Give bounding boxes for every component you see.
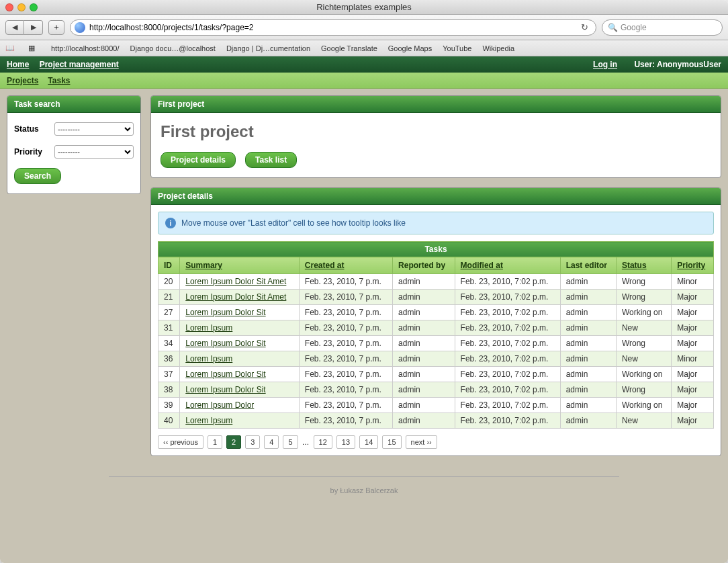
cell-priority: Major <box>672 290 714 305</box>
task-link[interactable]: Lorem Ipsum Dolor Sit <box>185 370 265 379</box>
cell-reported: admin <box>393 305 455 320</box>
task-link[interactable]: Lorem Ipsum Dolor Sit <box>185 385 265 394</box>
page-link: 2 <box>226 435 241 449</box>
url-bar[interactable]: http://localhost:8000/projects/1/tasks/?… <box>70 19 596 36</box>
login-link[interactable]: Log in <box>593 60 617 69</box>
cell-status: Wrong <box>616 336 671 351</box>
cell-reported: admin <box>393 382 455 398</box>
bookmark-item[interactable]: Google Maps <box>388 44 432 52</box>
priority-select[interactable]: --------- <box>54 145 134 159</box>
subnav-tasks[interactable]: Tasks <box>48 76 70 85</box>
task-link[interactable]: Lorem Ipsum Dolor Sit <box>185 308 265 317</box>
cell-created: Feb. 23, 2010, 7 p.m. <box>299 320 392 336</box>
cell-modified: Feb. 23, 2010, 7:02 p.m. <box>455 336 560 351</box>
bookmarks-bar: 📖 ▦ http://localhost:8000/ Django docu…@… <box>0 40 728 56</box>
page-link[interactable]: next ›› <box>406 435 437 449</box>
page-link[interactable]: 12 <box>314 435 332 449</box>
cell-status: Working on <box>616 367 671 382</box>
bookmark-item[interactable]: http://localhost:8000/ <box>51 44 120 52</box>
top-nav: Home Project management Log in User: Ano… <box>0 56 728 73</box>
back-button[interactable]: ◀ <box>5 20 24 35</box>
page-link[interactable]: 13 <box>336 435 355 449</box>
status-label: Status <box>14 124 48 134</box>
search-bar[interactable]: 🔍 Google <box>602 19 723 36</box>
task-link[interactable]: Lorem Ipsum Dolor Sit <box>185 339 265 348</box>
forward-button[interactable]: ▶ <box>24 20 43 35</box>
task-link[interactable]: Lorem Ipsum <box>185 354 232 363</box>
task-link[interactable]: Lorem Ipsum Dolor Sit Amet <box>185 277 286 286</box>
bookmark-item[interactable]: YouTube <box>443 44 471 52</box>
search-icon: 🔍 <box>608 23 618 32</box>
cell-id: 36 <box>158 351 180 367</box>
bookmark-item[interactable]: Google Translate <box>321 44 377 52</box>
col-modified[interactable]: Modified at <box>461 261 503 270</box>
cell-reported: admin <box>393 320 455 336</box>
table-row: 34Lorem Ipsum Dolor SitFeb. 23, 2010, 7 … <box>158 336 714 351</box>
table-row: 37Lorem Ipsum Dolor SitFeb. 23, 2010, 7 … <box>158 367 714 382</box>
cell-priority: Major <box>672 305 714 320</box>
task-link[interactable]: Lorem Ipsum Dolor Sit Amet <box>185 292 286 302</box>
page-link[interactable]: ‹‹ previous <box>158 435 203 449</box>
col-created[interactable]: Created at <box>305 261 345 270</box>
cell-modified: Feb. 23, 2010, 7:02 p.m. <box>455 367 560 382</box>
table-row: 38Lorem Ipsum Dolor SitFeb. 23, 2010, 7 … <box>158 382 714 398</box>
info-message: i Move mouse over "Last editor" cell to … <box>158 212 714 234</box>
reading-list-icon[interactable]: 📖 <box>5 44 17 53</box>
window-titlebar: Richtemplates examples <box>0 0 728 15</box>
cell-priority: Major <box>672 336 714 351</box>
project-details-button[interactable]: Project details <box>161 152 236 168</box>
bookmark-item[interactable]: Django docu…@localhost <box>130 44 216 52</box>
pagination-dots: … <box>302 438 310 446</box>
cell-id: 37 <box>158 367 180 382</box>
page-link[interactable]: 15 <box>382 435 401 449</box>
cell-editor: admin <box>560 320 616 336</box>
project-heading: First project <box>161 122 711 141</box>
search-button[interactable]: Search <box>14 168 61 184</box>
cell-status: New <box>616 351 671 367</box>
page-link[interactable]: 3 <box>245 435 260 449</box>
add-bookmark-button[interactable]: ＋ <box>48 20 64 35</box>
cell-modified: Feb. 23, 2010, 7:02 p.m. <box>455 274 560 290</box>
col-priority[interactable]: Priority <box>677 261 705 270</box>
table-row: 20Lorem Ipsum Dolor Sit AmetFeb. 23, 201… <box>158 274 714 290</box>
subnav-projects[interactable]: Projects <box>7 76 38 85</box>
page-link[interactable]: 1 <box>208 435 222 449</box>
cell-editor: admin <box>560 413 616 429</box>
pagination: ‹‹ previous12345…12131415next ›› <box>151 429 721 456</box>
user-label: User: <box>634 60 655 69</box>
topsites-icon[interactable]: ▦ <box>28 44 40 53</box>
task-list-button[interactable]: Task list <box>245 152 297 168</box>
col-editor: Last editor <box>560 257 616 274</box>
table-header-row: ID Summary Created at Reported by Modifi… <box>158 257 714 274</box>
cell-created: Feb. 23, 2010, 7 p.m. <box>299 367 392 382</box>
page-link[interactable]: 14 <box>359 435 378 449</box>
page-link[interactable]: 4 <box>264 435 279 449</box>
cell-status: Working on <box>616 398 671 413</box>
nav-project-management[interactable]: Project management <box>40 60 119 69</box>
cell-priority: Minor <box>672 274 714 290</box>
task-search-panel: Task search Status --------- Priority --… <box>7 95 141 194</box>
task-link[interactable]: Lorem Ipsum <box>185 416 232 425</box>
col-status[interactable]: Status <box>622 261 647 270</box>
status-select[interactable]: --------- <box>54 122 134 136</box>
cell-created: Feb. 23, 2010, 7 p.m. <box>299 382 392 398</box>
reload-icon[interactable]: ↻ <box>581 22 592 33</box>
info-text: Move mouse over "Last editor" cell to se… <box>181 218 406 228</box>
cell-status: Wrong <box>616 382 671 398</box>
table-row: 31Lorem IpsumFeb. 23, 2010, 7 p.m.adminF… <box>158 320 714 336</box>
project-details-panel: Project details i Move mouse over "Last … <box>150 187 721 456</box>
cell-status: Wrong <box>616 290 671 305</box>
cell-priority: Major <box>672 320 714 336</box>
bookmark-item[interactable]: Django | Dj…cumentation <box>226 44 310 52</box>
cell-created: Feb. 23, 2010, 7 p.m. <box>299 336 392 351</box>
table-row: 39Lorem Ipsum DolorFeb. 23, 2010, 7 p.m.… <box>158 398 714 413</box>
table-row: 27Lorem Ipsum Dolor SitFeb. 23, 2010, 7 … <box>158 305 714 320</box>
bookmark-item[interactable]: Wikipedia <box>482 44 514 52</box>
page-link[interactable]: 5 <box>283 435 298 449</box>
col-summary[interactable]: Summary <box>185 261 222 270</box>
nav-home[interactable]: Home <box>7 60 29 69</box>
cell-reported: admin <box>393 413 455 429</box>
cell-modified: Feb. 23, 2010, 7:02 p.m. <box>455 305 560 320</box>
task-link[interactable]: Lorem Ipsum Dolor <box>185 400 254 410</box>
task-link[interactable]: Lorem Ipsum <box>185 323 232 333</box>
